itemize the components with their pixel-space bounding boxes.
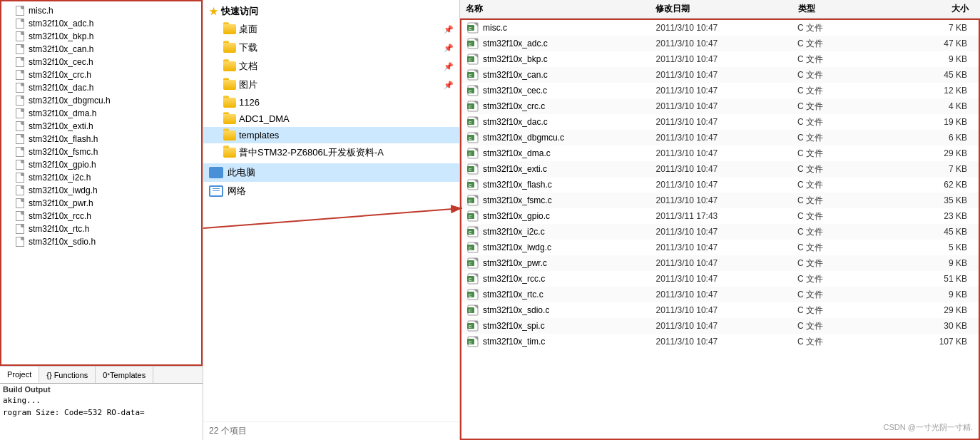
tree-item[interactable]: stm32f10x_can.h <box>1 43 201 56</box>
col-header-name[interactable]: 名称 <box>466 3 655 15</box>
file-row-name: C stm32f10x_spi.c <box>467 320 656 332</box>
table-row[interactable]: C stm32f10x_fsmc.c 2011/3/10 10:47 C 文件 … <box>461 193 979 208</box>
c-file-icon: C <box>467 305 480 316</box>
tree-item[interactable]: stm32f10x_flash.h <box>1 133 201 145</box>
table-row[interactable]: C stm32f10x_spi.c 2011/3/10 10:47 C 文件 3… <box>461 318 979 334</box>
file-date: 2011/3/10 10:47 <box>656 23 797 33</box>
tab-project[interactable]: Project <box>0 367 39 383</box>
file-row-name: C stm32f10x_cec.c <box>467 85 656 96</box>
file-date: 2011/3/10 10:47 <box>656 54 797 64</box>
c-file-icon: C <box>467 195 480 206</box>
table-row[interactable]: C stm32f10x_dma.c 2011/3/10 10:47 C 文件 2… <box>461 145 979 161</box>
file-size: 29 KB <box>892 148 973 158</box>
nav-item-unpinned[interactable]: templates <box>203 127 459 143</box>
nav-item-pinned[interactable]: 下载 📌 <box>203 39 459 57</box>
tree-item[interactable]: stm32f10x_cec.h <box>1 56 201 68</box>
table-row[interactable]: C stm32f10x_bkp.c 2011/3/10 10:47 C 文件 9… <box>461 51 979 67</box>
file-size: 9 KB <box>892 290 973 300</box>
nav-item-label: templates <box>239 130 279 140</box>
table-row[interactable]: C stm32f10x_rtc.c 2011/3/10 10:47 C 文件 9… <box>461 287 979 302</box>
tree-item[interactable]: stm32f10x_bkp.h <box>1 30 201 43</box>
c-file-icon: C <box>467 320 480 332</box>
file-name: stm32f10x_sdio.h <box>29 237 96 247</box>
nav-item-pinned[interactable]: 文档 📌 <box>203 57 459 76</box>
tree-item[interactable]: stm32f10x_iwdg.h <box>1 184 201 197</box>
nav-item-unpinned[interactable]: ADC1_DMA <box>203 111 459 127</box>
tree-item[interactable]: stm32f10x_dac.h <box>1 81 201 94</box>
file-date: 2011/3/11 17:43 <box>656 211 797 221</box>
nav-item-label: 下载 <box>239 41 257 54</box>
svg-text:C: C <box>469 246 472 250</box>
table-row[interactable]: C stm32f10x_dbgmcu.c 2011/3/10 10:47 C 文… <box>461 130 979 145</box>
file-icon <box>16 96 26 106</box>
file-date: 2011/3/10 10:47 <box>656 180 797 190</box>
table-row[interactable]: C stm32f10x_tim.c 2011/3/10 10:47 C 文件 1… <box>461 334 979 349</box>
tree-item[interactable]: stm32f10x_adc.h <box>1 17 201 30</box>
table-row[interactable]: C stm32f10x_rcc.c 2011/3/10 10:47 C 文件 5… <box>461 271 979 287</box>
file-list-header: 名称 修改日期 类型 大小 <box>460 0 980 19</box>
tab-templates[interactable]: 0* Templates <box>96 367 153 383</box>
tree-item[interactable]: misc.h <box>1 4 201 17</box>
tree-item[interactable]: stm32f10x_dbgmcu.h <box>1 94 201 107</box>
table-row[interactable]: C stm32f10x_iwdg.c 2011/3/10 10:47 C 文件 … <box>461 240 979 255</box>
table-row[interactable]: C stm32f10x_can.c 2011/3/10 10:47 C 文件 4… <box>461 67 979 83</box>
nav-item-pinned[interactable]: 图片 📌 <box>203 76 459 94</box>
table-row[interactable]: C stm32f10x_gpio.c 2011/3/11 17:43 C 文件 … <box>461 208 979 224</box>
nav-item-pinned[interactable]: 桌面 📌 <box>203 20 459 39</box>
network-item[interactable]: 网络 <box>203 182 459 200</box>
file-icon <box>16 31 26 41</box>
table-row[interactable]: C stm32f10x_dac.c 2011/3/10 10:47 C 文件 1… <box>461 114 979 130</box>
quick-access-section: ★ 快速访问 桌面 📌 下载 📌 文档 📌 图片 📌 1126 <box>203 3 459 162</box>
file-row-name: C stm32f10x_gpio.c <box>467 210 656 222</box>
file-size: 35 KB <box>892 195 973 205</box>
computer-icon <box>209 167 223 178</box>
table-row[interactable]: C stm32f10x_flash.c 2011/3/10 10:47 C 文件… <box>461 177 979 193</box>
table-row[interactable]: C stm32f10x_i2c.c 2011/3/10 10:47 C 文件 4… <box>461 224 979 240</box>
file-name: stm32f10x_dbgmcu.h <box>29 96 111 106</box>
quick-access-title[interactable]: ★ 快速访问 <box>203 3 459 20</box>
tree-item[interactable]: stm32f10x_crc.h <box>1 68 201 81</box>
this-computer-item[interactable]: 此电脑 <box>203 163 459 182</box>
tree-item[interactable]: stm32f10x_i2c.h <box>1 171 201 184</box>
tree-item[interactable]: stm32f10x_exti.h <box>1 120 201 133</box>
nav-item-unpinned[interactable]: 1126 <box>203 94 459 111</box>
file-size: 6 KB <box>892 133 973 143</box>
table-row[interactable]: C misc.c 2011/3/10 10:47 C 文件 7 KB <box>461 20 979 36</box>
col-header-date[interactable]: 修改日期 <box>655 3 798 15</box>
file-icon <box>16 121 26 131</box>
svg-text:C: C <box>469 262 472 266</box>
network-icon <box>209 185 223 197</box>
file-icon <box>16 6 26 16</box>
item-count: 22 个项目 <box>203 421 459 440</box>
table-row[interactable]: C stm32f10x_cec.c 2011/3/10 10:47 C 文件 1… <box>461 83 979 98</box>
tree-item[interactable]: stm32f10x_rcc.h <box>1 210 201 222</box>
file-size: 45 KB <box>892 227 973 237</box>
file-name: stm32f10x_can.h <box>29 44 93 54</box>
table-row[interactable]: C stm32f10x_crc.c 2011/3/10 10:47 C 文件 4… <box>461 98 979 114</box>
table-row[interactable]: C stm32f10x_pwr.c 2011/3/10 10:47 C 文件 9… <box>461 255 979 271</box>
file-date: 2011/3/10 10:47 <box>656 86 797 96</box>
tree-item[interactable]: stm32f10x_gpio.h <box>1 158 201 171</box>
nav-item-unpinned[interactable]: 普中STM32-PZ6806L开发板资料-A <box>203 143 459 162</box>
file-icon <box>16 147 26 157</box>
file-type: C 文件 <box>797 132 892 144</box>
tab-functions[interactable]: {} Functions <box>39 367 96 383</box>
file-date: 2011/3/10 10:47 <box>656 101 797 111</box>
file-name: stm32f10x_bkp.h <box>29 31 93 41</box>
svg-text:C: C <box>469 121 472 125</box>
tree-item[interactable]: stm32f10x_pwr.h <box>1 197 201 210</box>
table-row[interactable]: C stm32f10x_sdio.c 2011/3/10 10:47 C 文件 … <box>461 302 979 318</box>
file-row-name: C stm32f10x_flash.c <box>467 179 656 190</box>
col-header-type[interactable]: 类型 <box>798 3 893 15</box>
tree-item[interactable]: stm32f10x_rtc.h <box>1 222 201 235</box>
file-size: 5 KB <box>892 242 973 252</box>
tree-item[interactable]: stm32f10x_dma.h <box>1 107 201 120</box>
col-header-size[interactable]: 大小 <box>893 3 974 15</box>
file-type: C 文件 <box>797 226 892 238</box>
table-row[interactable]: C stm32f10x_adc.c 2011/3/10 10:47 C 文件 4… <box>461 36 979 51</box>
tree-item[interactable]: stm32f10x_fsmc.h <box>1 145 201 158</box>
table-row[interactable]: C stm32f10x_exti.c 2011/3/10 10:47 C 文件 … <box>461 161 979 177</box>
file-name-label: stm32f10x_rtc.c <box>483 290 543 300</box>
pin-icon: 📌 <box>444 62 454 71</box>
tree-item[interactable]: stm32f10x_sdio.h <box>1 235 201 248</box>
